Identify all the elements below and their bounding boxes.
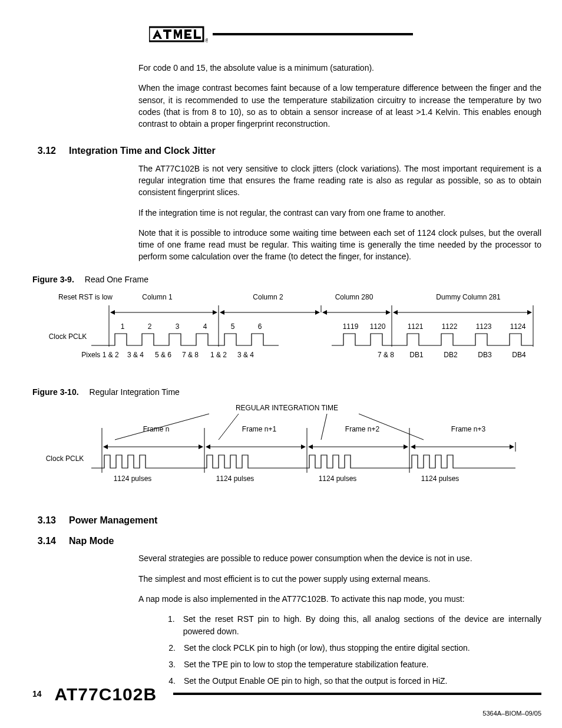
paragraph: The AT77C102B is not very sensitive to c… bbox=[138, 163, 541, 199]
figure-caption: Figure 3-10. Regular Integration Time bbox=[32, 386, 541, 398]
doc-code: 5364A–BIOM–09/05 bbox=[482, 709, 541, 719]
svg-text:1124 pulses: 1124 pulses bbox=[319, 475, 357, 483]
list-item: 2.Set the clock PCLK pin to high (or low… bbox=[165, 642, 541, 654]
svg-text:Clock PCLK: Clock PCLK bbox=[46, 454, 84, 463]
svg-text:1121: 1121 bbox=[408, 322, 424, 331]
svg-text:Column 280: Column 280 bbox=[335, 293, 373, 301]
figure-title: Read One Frame bbox=[85, 274, 148, 285]
svg-text:2: 2 bbox=[148, 322, 152, 331]
svg-text:Pixels 1 & 2: Pixels 1 & 2 bbox=[81, 351, 119, 359]
paragraph: For code 0 and 15, the absolute value is… bbox=[138, 62, 541, 74]
figure-caption: Figure 3-9. Read One Frame bbox=[32, 274, 541, 285]
section-heading: 3.13 Power Management bbox=[32, 513, 541, 527]
svg-text:1124: 1124 bbox=[510, 322, 526, 331]
list-item: 3.Set the TPE pin to low to stop the tem… bbox=[165, 658, 541, 670]
section-title: Integration Time and Clock Jitter bbox=[69, 144, 216, 157]
svg-text:3: 3 bbox=[176, 322, 180, 331]
reset-label: Reset RST is low bbox=[58, 293, 113, 301]
doc-title: AT77C102B bbox=[55, 681, 157, 707]
svg-text:Frame n+1: Frame n+1 bbox=[242, 425, 277, 433]
paragraph: Note that it is possible to introduce so… bbox=[138, 227, 541, 263]
svg-text:4: 4 bbox=[203, 322, 207, 331]
section-title: Power Management bbox=[69, 513, 157, 527]
svg-text:1123: 1123 bbox=[476, 322, 492, 331]
paragraph: The simplest and most efficient is to cu… bbox=[138, 573, 541, 585]
svg-text:Clock PCLK: Clock PCLK bbox=[49, 332, 87, 341]
svg-text:1124 pulses: 1124 pulses bbox=[421, 475, 459, 483]
ordered-list: 1.Set the reset RST pin to high. By doin… bbox=[165, 613, 541, 687]
svg-text:1124 pulses: 1124 pulses bbox=[216, 475, 254, 483]
svg-text:7 & 8: 7 & 8 bbox=[378, 351, 394, 359]
svg-rect-6 bbox=[184, 29, 187, 39]
svg-text:REGULAR INTEGRATION TIME: REGULAR INTEGRATION TIME bbox=[236, 404, 338, 412]
paragraph: If the integration time is not regular, … bbox=[138, 207, 541, 219]
svg-text:Column 2: Column 2 bbox=[253, 293, 283, 301]
page-number: 14 bbox=[32, 688, 42, 700]
svg-text:DB4: DB4 bbox=[512, 351, 526, 359]
figure-title: Regular Integration Time bbox=[90, 386, 180, 398]
svg-text:®: ® bbox=[205, 38, 208, 44]
figure-3-10: REGULAR INTEGRATION TIME Frame n Frame n… bbox=[32, 402, 541, 499]
footer-rule bbox=[173, 693, 541, 695]
svg-text:1122: 1122 bbox=[442, 322, 458, 331]
svg-text:DB2: DB2 bbox=[444, 351, 458, 359]
atmel-logo-icon: ® bbox=[149, 24, 208, 45]
svg-text:7 & 8: 7 & 8 bbox=[182, 351, 199, 359]
figure-number: Figure 3-9. bbox=[32, 274, 74, 285]
svg-rect-2 bbox=[166, 29, 168, 39]
svg-text:6: 6 bbox=[258, 322, 262, 331]
svg-text:Frame n: Frame n bbox=[143, 425, 170, 433]
section-number: 3.12 bbox=[32, 144, 56, 157]
figure-3-9: Reset RST is low Column 1 Column 2 Colum… bbox=[32, 289, 541, 373]
page-header: ® bbox=[0, 24, 562, 45]
logo: ® bbox=[149, 24, 208, 45]
svg-rect-8 bbox=[194, 37, 201, 39]
svg-text:3 & 4: 3 & 4 bbox=[127, 351, 144, 359]
svg-text:1124 pulses: 1124 pulses bbox=[114, 475, 152, 483]
svg-text:3 & 4: 3 & 4 bbox=[237, 351, 254, 359]
svg-text:1 & 2: 1 & 2 bbox=[210, 351, 227, 359]
svg-text:Dummy Column 281: Dummy Column 281 bbox=[436, 293, 501, 301]
section-heading: 3.14 Nap Mode bbox=[32, 534, 541, 548]
svg-text:Frame n+2: Frame n+2 bbox=[345, 425, 380, 433]
svg-text:1: 1 bbox=[121, 322, 125, 331]
svg-line-49 bbox=[219, 414, 239, 440]
page-footer: 14 AT77C102B 5364A–BIOM–09/05 bbox=[32, 681, 541, 707]
header-rule bbox=[213, 33, 413, 35]
svg-text:5 & 6: 5 & 6 bbox=[155, 351, 171, 359]
list-item: 1.Set the reset RST pin to high. By doin… bbox=[165, 613, 541, 637]
svg-text:Column 1: Column 1 bbox=[142, 293, 173, 301]
svg-text:1119: 1119 bbox=[343, 322, 359, 331]
section-number: 3.13 bbox=[32, 513, 56, 527]
paragraph: When the image contrast becomes faint be… bbox=[138, 82, 541, 130]
paragraph: Several strategies are possible to reduc… bbox=[138, 552, 541, 564]
section-heading: 3.12 Integration Time and Clock Jitter bbox=[32, 144, 541, 157]
svg-line-50 bbox=[321, 414, 327, 440]
svg-text:1120: 1120 bbox=[370, 322, 386, 331]
section-title: Nap Mode bbox=[69, 534, 114, 548]
svg-text:DB3: DB3 bbox=[478, 351, 492, 359]
svg-text:DB1: DB1 bbox=[409, 351, 424, 359]
figure-number: Figure 3-10. bbox=[32, 386, 79, 398]
svg-text:5: 5 bbox=[231, 322, 235, 331]
section-number: 3.14 bbox=[32, 534, 56, 548]
svg-text:Frame n+3: Frame n+3 bbox=[451, 425, 486, 433]
paragraph: A nap mode is also implemented in the AT… bbox=[138, 593, 541, 605]
